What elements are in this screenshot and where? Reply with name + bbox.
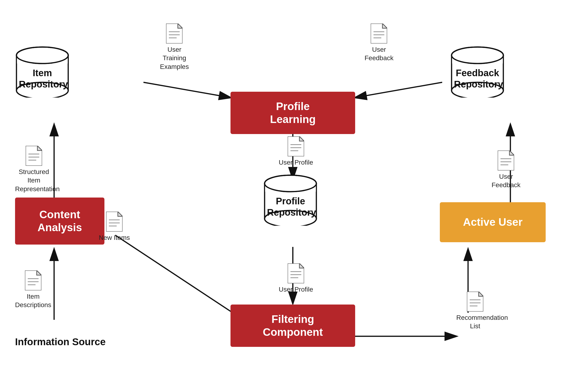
user-feedback-top-doc: UserFeedback [364,24,394,62]
svg-line-3 [355,82,442,98]
user-training-examples-label: UserTrainingExamples [160,46,189,71]
structured-item-label: StructuredItemRepresentation [15,168,53,193]
svg-marker-33 [382,24,387,28]
svg-marker-63 [479,292,483,296]
active-user-label: Active User [463,216,522,228]
user-profile-top-doc: User Profile [279,136,313,167]
filtering-component-label: Filtering Component [263,313,323,338]
content-analysis: Content Analysis [15,198,104,244]
profile-learning: Profile Learning [230,92,355,134]
item-descriptions-doc: ItemDescriptions [15,270,51,310]
feedback-repository-label: Feedback Repository [454,67,501,90]
item-descriptions-label: ItemDescriptions [15,292,51,310]
user-profile-bottom-label: User Profile [279,285,313,294]
user-training-examples-doc: UserTrainingExamples [160,24,189,71]
profile-repository: Profile Repository [262,174,319,226]
diagram-container: Item Repository Feedback Repository Prof… [0,0,588,392]
svg-rect-15 [17,55,68,64]
svg-line-2 [144,82,230,98]
svg-marker-48 [38,146,42,150]
structured-item-doc: StructuredItemRepresentation [15,146,53,193]
recommendation-list-doc: RecommendationList [456,292,494,331]
item-repository-label: Item Repository [19,67,66,90]
svg-rect-25 [265,184,316,192]
user-feedback-top-label: UserFeedback [364,46,394,62]
recommendation-list-label: RecommendationList [456,314,494,331]
svg-line-10 [115,235,247,322]
profile-learning-label: Profile Learning [270,100,316,126]
new-items-label: New Items [99,234,130,242]
user-feedback-right-label: UserFeedback [492,172,520,190]
active-user: Active User [440,202,546,242]
user-feedback-right-doc: UserFeedback [492,150,520,190]
svg-marker-28 [178,24,182,28]
user-profile-top-label: User Profile [279,158,313,167]
item-repository: Item Repository [14,46,70,98]
svg-marker-68 [510,150,514,155]
svg-marker-43 [300,263,304,268]
new-items-doc: New Items [99,212,130,242]
filtering-component: Filtering Component [230,304,355,347]
information-source-label: Information Source [15,336,106,348]
svg-marker-38 [300,136,304,141]
svg-marker-53 [118,212,122,216]
svg-rect-20 [452,55,503,64]
content-analysis-label: Content Analysis [38,208,82,234]
svg-marker-58 [37,270,42,275]
feedback-repository: Feedback Repository [449,46,506,98]
profile-repository-label: Profile Repository [267,196,314,218]
user-profile-bottom-doc: User Profile [279,263,313,294]
